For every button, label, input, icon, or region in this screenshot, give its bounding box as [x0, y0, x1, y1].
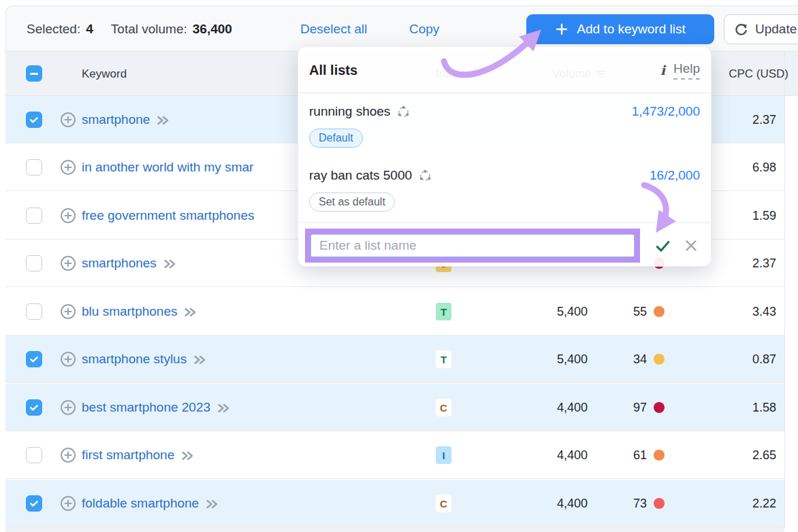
double-chevron-icon[interactable]	[163, 258, 178, 270]
add-keyword-icon[interactable]	[60, 351, 76, 367]
kd-value: 73	[633, 497, 647, 511]
close-icon	[684, 238, 699, 253]
select-all-checkbox[interactable]	[26, 65, 42, 82]
new-list-name-input[interactable]	[310, 234, 635, 257]
kd-value: 97	[633, 401, 647, 415]
row-checkbox[interactable]	[26, 351, 42, 367]
keyword-text: smartphone	[82, 112, 150, 127]
keyword-link[interactable]: smartphones	[82, 239, 178, 287]
info-icon: i	[660, 63, 665, 78]
keyword-link[interactable]: free government smartphones	[82, 192, 254, 239]
deselect-all-link[interactable]: Deselect all	[300, 6, 367, 52]
check-icon	[29, 498, 39, 509]
kd-cell: 61	[633, 431, 665, 479]
row-checkbox[interactable]	[26, 112, 42, 128]
popup-title: All lists	[309, 47, 357, 93]
add-keyword-icon[interactable]	[60, 159, 76, 176]
keyword-text: free government smartphones	[82, 208, 254, 223]
add-button-label: Add to keyword list	[577, 22, 685, 37]
table-row[interactable]: blu smartphones T 5,400 55 3.43	[5, 288, 784, 335]
list-count-link[interactable]: 16/2,000	[650, 167, 700, 184]
add-to-keyword-list-button[interactable]: Add to keyword list	[526, 14, 714, 44]
volume-value: 4,400	[557, 431, 588, 479]
kd-dot	[654, 498, 665, 509]
add-keyword-icon[interactable]	[60, 112, 76, 128]
double-chevron-icon[interactable]	[205, 498, 220, 510]
keyword-lists-popup: All lists i Help running shoes 1,473/2,0…	[298, 46, 712, 267]
set-as-default-button[interactable]: Set as default	[309, 193, 395, 212]
popup-footer	[298, 223, 711, 267]
keyword-link[interactable]: in another world with my smar	[82, 144, 253, 191]
keyword-link[interactable]: first smartphone	[82, 431, 195, 479]
help-area: i Help	[660, 47, 700, 93]
help-link[interactable]: Help	[673, 61, 700, 80]
cpc-value: 6.98	[752, 144, 776, 191]
keyword-link[interactable]: foldable smartphone	[82, 480, 220, 527]
selection-stats: Selected: 4 Total volume: 36,400	[27, 6, 232, 52]
selection-toolbar: Selected: 4 Total volume: 36,400 Deselec…	[5, 5, 798, 52]
update-button[interactable]: Update	[724, 14, 798, 44]
add-keyword-icon[interactable]	[60, 495, 76, 512]
total-volume-label: Total volume:	[111, 22, 187, 37]
row-checkbox[interactable]	[26, 399, 42, 416]
keyword-link[interactable]: blu smartphones	[82, 288, 198, 335]
plus-icon	[555, 22, 569, 36]
copy-link[interactable]: Copy	[409, 6, 439, 52]
kd-cell: 73	[633, 480, 665, 527]
row-checkbox[interactable]	[26, 207, 42, 224]
table-row[interactable]: best smartphone 2023 C 4,400 97 1.58	[5, 384, 784, 431]
table-row[interactable]: smartphone stylus T 5,400 34 0.87	[5, 335, 784, 383]
list-item[interactable]: running shoes 1,473/2,000 Default	[298, 93, 711, 157]
keyword-text: blu smartphones	[82, 304, 177, 319]
popup-list: running shoes 1,473/2,000 Default ray ba…	[298, 93, 711, 221]
cpc-value: 2.37	[752, 96, 776, 144]
keyword-text: smartphone stylus	[82, 352, 187, 367]
check-icon	[29, 354, 39, 365]
row-checkbox[interactable]	[26, 447, 42, 463]
row-checkbox[interactable]	[26, 255, 42, 271]
double-chevron-icon[interactable]	[156, 114, 171, 127]
add-keyword-icon[interactable]	[60, 207, 76, 224]
row-checkbox[interactable]	[26, 303, 42, 320]
selected-value: 4	[86, 22, 93, 37]
double-chevron-icon[interactable]	[217, 402, 232, 414]
list-name-text: running shoes	[309, 104, 390, 119]
check-icon	[29, 114, 39, 125]
double-chevron-icon[interactable]	[193, 354, 208, 366]
confirm-list-button[interactable]	[651, 233, 674, 259]
add-keyword-icon[interactable]	[60, 255, 76, 271]
cpc-column-header[interactable]: CPC (USD)	[729, 52, 788, 96]
kd-value: 55	[633, 305, 647, 319]
row-checkbox[interactable]	[26, 495, 42, 512]
row-checkbox[interactable]	[26, 159, 42, 176]
default-badge: Default	[309, 129, 363, 148]
cpc-value: 2.37	[752, 239, 776, 287]
total-volume: Total volume: 36,400	[111, 22, 232, 37]
kd-cell: 34	[633, 335, 665, 383]
list-count-link[interactable]: 1,473/2,000	[632, 103, 700, 120]
double-chevron-icon[interactable]	[183, 306, 198, 318]
keyword-link[interactable]: smartphone	[82, 96, 171, 144]
cancel-list-button[interactable]	[680, 233, 703, 259]
table-row[interactable]: first smartphone I 4,400 61 2.65	[5, 431, 784, 479]
kd-dot	[654, 306, 665, 317]
keyword-link[interactable]: best smartphone 2023	[82, 384, 232, 431]
checkmark-icon	[654, 237, 671, 254]
intent-badge: C	[436, 399, 451, 416]
kd-cell: 55	[633, 288, 665, 335]
selected-label: Selected:	[27, 22, 80, 37]
add-keyword-icon[interactable]	[60, 447, 76, 463]
add-keyword-icon[interactable]	[60, 303, 76, 320]
list-item[interactable]: ray ban cats 5000 16/2,000 Set as defaul…	[298, 157, 711, 221]
add-keyword-icon[interactable]	[60, 399, 76, 416]
double-chevron-icon[interactable]	[180, 450, 195, 462]
refresh-icon	[734, 22, 748, 37]
keyword-text: foldable smartphone	[82, 496, 199, 511]
keyword-link[interactable]: smartphone stylus	[82, 335, 208, 383]
table-row[interactable]: foldable smartphone C 4,400 73 2.22	[5, 480, 784, 527]
kd-dot	[654, 402, 665, 413]
bottom-row-edge	[5, 527, 784, 532]
selected-count: Selected: 4	[27, 22, 93, 37]
keyword-column-header[interactable]: Keyword	[82, 52, 127, 96]
intent-badge: T	[436, 303, 451, 320]
